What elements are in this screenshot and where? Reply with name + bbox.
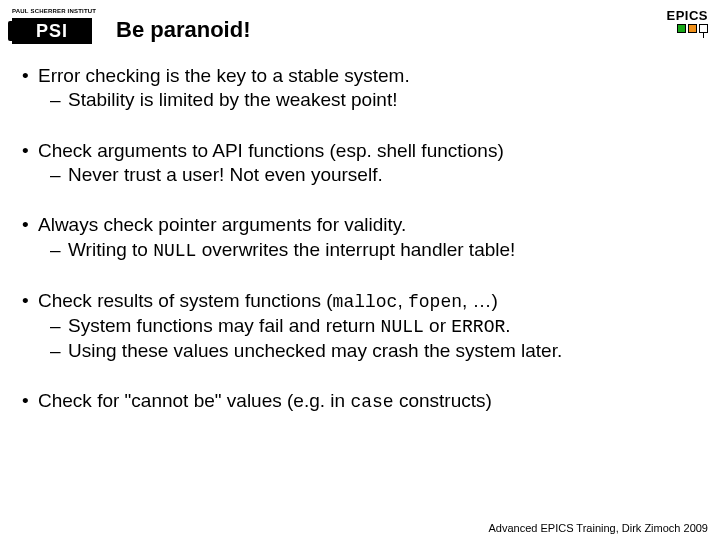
bullet-text: Error checking is the key to a stable sy… xyxy=(38,64,410,88)
bullet-item: • Check arguments to API functions (esp.… xyxy=(22,139,698,188)
header-left: PAUL SCHERRER INSTITUT PSI Be paranoid! xyxy=(12,8,250,46)
bullet-marker-icon: • xyxy=(22,213,38,237)
psi-logo: PAUL SCHERRER INSTITUT PSI xyxy=(12,8,102,46)
epics-logo: EPICS xyxy=(666,8,708,33)
sub-bullet: – Writing to NULL overwrites the interru… xyxy=(22,238,698,263)
sub-mid: or xyxy=(424,315,451,336)
sub-bullet: – System functions may fail and return N… xyxy=(22,314,698,339)
bullet-item: • Always check pointer arguments for val… xyxy=(22,213,698,262)
bullet-post: , …) xyxy=(462,290,498,311)
bullet-mid: , xyxy=(397,290,408,311)
slide-header: PAUL SCHERRER INSTITUT PSI Be paranoid! … xyxy=(0,0,720,46)
sub-text: Never trust a user! Not even yourself. xyxy=(68,163,383,187)
bullet-item: • Error checking is the key to a stable … xyxy=(22,64,698,113)
bullet-line: • Always check pointer arguments for val… xyxy=(22,213,698,237)
bullet-item: • Check results of system functions (mal… xyxy=(22,289,698,363)
bullet-text: Check results of system functions (mallo… xyxy=(38,289,498,314)
bullet-post: constructs) xyxy=(394,390,492,411)
code-null: NULL xyxy=(381,317,424,337)
dash-marker-icon: – xyxy=(50,163,68,187)
sub-text: Using these values unchecked may crash t… xyxy=(68,339,562,363)
bullet-line: • Check for "cannot be" values (e.g. in … xyxy=(22,389,698,414)
bullet-marker-icon: • xyxy=(22,289,38,314)
sub-pre: Writing to xyxy=(68,239,153,260)
slide-content: • Error checking is the key to a stable … xyxy=(0,46,720,414)
sub-text: System functions may fail and return NUL… xyxy=(68,314,511,339)
bullet-pre: Check for "cannot be" values (e.g. in xyxy=(38,390,350,411)
code-malloc: malloc xyxy=(333,292,398,312)
sub-pre: System functions may fail and return xyxy=(68,315,381,336)
bullet-marker-icon: • xyxy=(22,64,38,88)
code-fopen: fopen xyxy=(408,292,462,312)
square-orange-icon xyxy=(688,24,697,33)
bullet-text: Check for "cannot be" values (e.g. in ca… xyxy=(38,389,492,414)
bullet-line: • Check results of system functions (mal… xyxy=(22,289,698,314)
bullet-text: Check arguments to API functions (esp. s… xyxy=(38,139,504,163)
dash-marker-icon: – xyxy=(50,88,68,112)
dash-marker-icon: – xyxy=(50,339,68,363)
epics-squares-icon xyxy=(666,24,708,33)
epics-logo-text: EPICS xyxy=(666,8,708,23)
bullet-marker-icon: • xyxy=(22,139,38,163)
dash-marker-icon: – xyxy=(50,238,68,263)
sub-text: Stability is limited by the weakest poin… xyxy=(68,88,398,112)
square-white-icon xyxy=(699,24,708,33)
bullet-marker-icon: • xyxy=(22,389,38,414)
bullet-text: Always check pointer arguments for valid… xyxy=(38,213,406,237)
bullet-item: • Check for "cannot be" values (e.g. in … xyxy=(22,389,698,414)
code-null: NULL xyxy=(153,241,196,261)
sub-post: . xyxy=(505,315,510,336)
slide-footer: Advanced EPICS Training, Dirk Zimoch 200… xyxy=(489,522,709,534)
sub-bullet: – Stability is limited by the weakest po… xyxy=(22,88,698,112)
sub-bullet: – Never trust a user! Not even yourself. xyxy=(22,163,698,187)
bullet-line: • Error checking is the key to a stable … xyxy=(22,64,698,88)
sub-post: overwrites the interrupt handler table! xyxy=(196,239,515,260)
dash-marker-icon: – xyxy=(50,314,68,339)
psi-logo-block: PSI xyxy=(12,18,92,44)
bullet-pre: Check results of system functions ( xyxy=(38,290,333,311)
slide-title: Be paranoid! xyxy=(116,11,250,43)
bullet-line: • Check arguments to API functions (esp.… xyxy=(22,139,698,163)
square-green-icon xyxy=(677,24,686,33)
psi-logo-text: PSI xyxy=(36,21,68,42)
code-error: ERROR xyxy=(451,317,505,337)
psi-tagline: PAUL SCHERRER INSTITUT xyxy=(12,8,96,14)
sub-bullet: – Using these values unchecked may crash… xyxy=(22,339,698,363)
code-case: case xyxy=(350,392,393,412)
sub-text: Writing to NULL overwrites the interrupt… xyxy=(68,238,515,263)
